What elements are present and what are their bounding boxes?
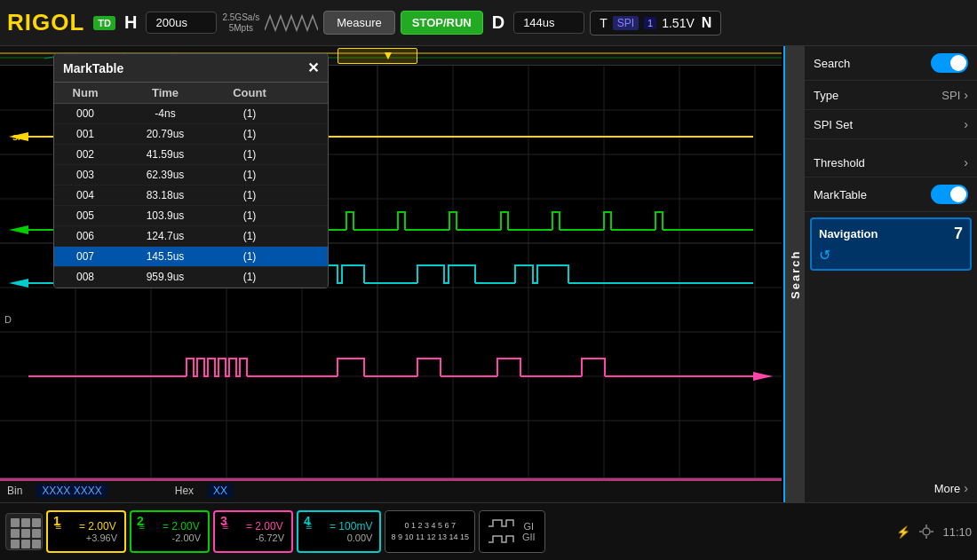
threshold-chevron-icon: ›	[964, 155, 968, 170]
marktable-close-button[interactable]: ✕	[307, 59, 319, 76]
gi-label: GI	[524, 521, 535, 532]
search-toggle[interactable]	[931, 53, 968, 73]
row-num: 003	[54, 168, 116, 182]
time-display: 11:10	[942, 525, 972, 539]
usb-icon: ⚡	[896, 525, 910, 539]
spacer1	[805, 139, 977, 148]
marktable-row[interactable]: 003 62.39us (1)	[54, 165, 328, 185]
right-panel-content: Search Type SPI › SPI Set › Threshold ›	[805, 46, 977, 502]
d-label: D	[492, 12, 504, 33]
marktable-row[interactable]: 006 124.7us (1)	[54, 226, 328, 247]
gi-status[interactable]: GI GII	[479, 510, 545, 553]
row-num: 008	[54, 270, 116, 284]
timebase-field[interactable]: 200us	[146, 12, 217, 34]
marktable-row[interactable]: 001 20.79us (1)	[54, 124, 328, 145]
navigation-number: 7	[954, 225, 963, 243]
stoprun-button[interactable]: STOP/RUN	[401, 11, 483, 35]
t-field[interactable]: T SPI 1 1.51V N	[590, 11, 721, 35]
l-status[interactable]: 0 1 2 3 4 5 6 7 8 9 10 11 12 13 14 15	[385, 510, 475, 553]
threshold-row[interactable]: Threshold ›	[805, 148, 977, 177]
zigzag-icon	[265, 12, 318, 34]
settings-icon	[917, 523, 935, 540]
row-num: 007	[54, 249, 116, 264]
ch4-status[interactable]: 4 ≡ = 100mV 0.00V	[297, 510, 381, 553]
row-time: 20.79us	[116, 127, 214, 141]
row-time: 41.59us	[116, 147, 214, 162]
svg-marker-46	[753, 372, 773, 381]
scroll-indicator[interactable]	[338, 48, 417, 64]
bottom-bar: 1 ≡ = 2.00V +3.96V 2 ≡ = 2.00V -2.00V 3 …	[0, 502, 977, 560]
ch3-status[interactable]: 3 ≡ = 2.00V -6.72V	[213, 510, 293, 553]
right-panel: Search Search Type SPI › SPI Set › Thres…	[783, 46, 977, 502]
gi-labels: GI GII	[522, 521, 536, 542]
delay-value: 144us	[523, 16, 554, 29]
row-time: 83.18us	[116, 188, 214, 202]
ch2-status[interactable]: 2 ≡ = 2.00V -2.00V	[130, 510, 210, 553]
bin-value: XXXX XXXX	[36, 484, 107, 498]
marktable-row[interactable]: 007 145.5us (1)	[54, 247, 328, 267]
type-row[interactable]: Type SPI ›	[805, 81, 977, 110]
ch1-status[interactable]: 1 ≡ = 2.00V +3.96V	[46, 510, 126, 553]
td-badge: TD	[93, 16, 115, 30]
spiset-label: SPI Set	[814, 118, 853, 131]
marktable-row[interactable]: 000 -4ns (1)	[54, 104, 328, 124]
svg-point-48	[923, 528, 930, 535]
marktable-header: MarkTable ✕	[54, 54, 328, 83]
search-label: Search	[814, 57, 850, 70]
marktable-row[interactable]: 002 41.59us (1)	[54, 145, 328, 165]
rigol-logo: RIGOL	[7, 9, 84, 36]
ch-num-badge: 1	[644, 17, 656, 29]
navigation-section: Navigation 7 ↺	[810, 217, 972, 271]
more-row[interactable]: More ›	[805, 474, 977, 502]
row-count: (1)	[214, 249, 285, 264]
search-toggle-knob	[950, 55, 966, 71]
col-num: Num	[54, 86, 116, 99]
h-label: H	[124, 12, 137, 33]
row-time: 62.39us	[116, 168, 214, 182]
measure-button[interactable]: Measure	[323, 11, 395, 35]
row-num: 006	[54, 229, 116, 243]
marktable-row[interactable]: 008 959.9us (1)	[54, 267, 328, 288]
gii-wave-icon	[488, 533, 515, 546]
row-count: (1)	[214, 168, 285, 182]
row-num: 002	[54, 147, 116, 162]
search-sidebar-label: Search	[785, 46, 805, 502]
ch3-offset: -6.72V	[222, 532, 284, 543]
marktable-toggle-row: MarkTable	[805, 177, 977, 212]
decode-line	[0, 478, 782, 481]
marktable-panel-label: MarkTable	[814, 188, 867, 201]
spi-badge: SPI	[613, 16, 639, 30]
row-num: 001	[54, 127, 116, 141]
type-chevron-icon: ›	[964, 88, 968, 102]
more-chevron-icon: ›	[964, 481, 968, 495]
row-count: (1)	[214, 229, 285, 243]
hex-value: XX	[208, 484, 233, 498]
ch2-offset: -2.00V	[139, 532, 201, 543]
navigation-controls: ↺	[819, 247, 963, 264]
more-label: More ›	[934, 481, 968, 495]
ch3-volt: ≡ = 2.00V	[222, 520, 284, 532]
navigation-icon[interactable]: ↺	[819, 247, 830, 264]
ch4-number: 4	[304, 514, 311, 528]
ch4-volt: ≡ = 100mV	[306, 520, 372, 532]
sample-rate: 2.5GSa/s 5Mpts	[222, 12, 259, 34]
row-num: 004	[54, 188, 116, 202]
marktable-panel: MarkTable ✕ Num Time Count 000 -4ns (1) …	[53, 53, 329, 288]
row-count: (1)	[214, 106, 285, 121]
svg-text:SP1: SP1	[12, 133, 28, 142]
delay-field[interactable]: 144us	[513, 12, 584, 34]
type-label: Type	[814, 89, 838, 102]
ch2-number: 2	[137, 514, 144, 528]
ch3-number: 3	[220, 514, 227, 528]
ch4-offset: 0.00V	[306, 532, 372, 543]
spiset-row[interactable]: SPI Set ›	[805, 110, 977, 139]
marktable-toggle[interactable]	[931, 185, 968, 204]
marktable-row[interactable]: 005 103.9us (1)	[54, 206, 328, 226]
marktable-rows: 000 -4ns (1) 001 20.79us (1) 002 41.59us…	[54, 104, 328, 288]
navigation-label: Navigation	[819, 227, 878, 241]
grid-button[interactable]	[5, 513, 43, 550]
ch2-volt: ≡ = 2.00V	[139, 520, 201, 532]
marktable-row[interactable]: 004 83.18us (1)	[54, 185, 328, 206]
usb-time-area: ⚡ 11:10	[896, 523, 972, 540]
row-count: (1)	[214, 127, 285, 141]
